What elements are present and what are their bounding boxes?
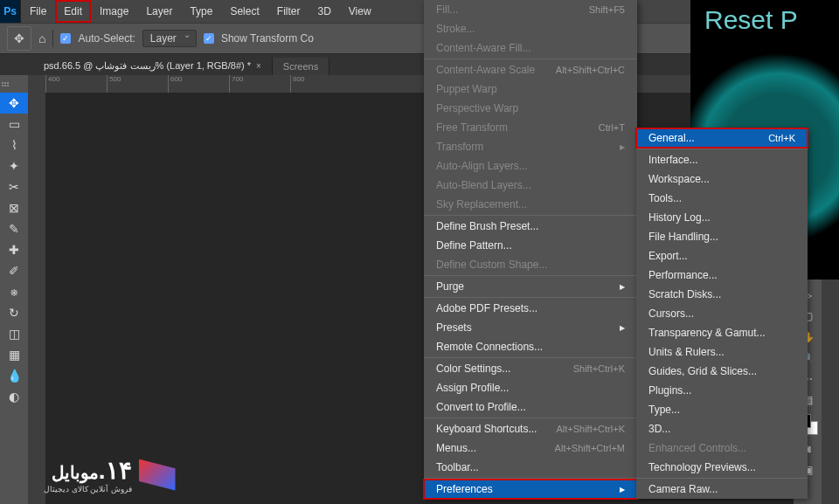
move-tool-preview[interactable]: ✥ [7,26,31,51]
menu-item-interface[interactable]: Interface... [636,150,808,169]
frame-tool-icon[interactable]: ⊠ [0,197,28,218]
ps-logo: Ps [0,0,21,23]
menu-item-camera-raw[interactable]: Camera Raw... [636,480,808,499]
left-toolbar: ✥ ▭ ⌇ ✦ ✂ ⊠ ✎ ✚ ✐ ⎈ ↻ ◫ ▦ 💧 ◐ [0,75,28,504]
document-tab-active[interactable]: psd.ریست فتوشاپ @ 66.5% (Layer 1, RGB/8#… [33,57,273,75]
menu-select[interactable]: Select [221,0,267,23]
watermark-logo: ۱۴.موبایل فروش آنلاین کالای دیجیتال [44,456,176,494]
horizontal-ruler: 400500600700800 [45,75,794,93]
show-transform-label: Show Transform Co [221,32,314,45]
menu-item-guides-grid-slices[interactable]: Guides, Grid & Slices... [636,362,808,381]
menu-item-file-handling[interactable]: File Handling... [636,227,808,246]
menu-item-puppet-warp: Puppet Warp [424,79,637,99]
show-transform-checkbox[interactable]: ✓ [204,33,214,44]
lasso-tool-icon[interactable]: ⌇ [0,135,28,155]
reset-title: Reset P [690,0,839,35]
eyedropper-tool-icon[interactable]: ✎ [0,218,28,239]
menu-item-adobe-pdf-presets[interactable]: Adobe PDF Presets... [424,299,637,318]
menu-item-cursors[interactable]: Cursors... [636,304,808,323]
brush-tool-icon[interactable]: ✐ [0,260,28,281]
history-brush-icon[interactable]: ↻ [0,302,28,323]
menu-type[interactable]: Type [181,0,221,23]
vertical-ruler [28,75,45,504]
menu-file[interactable]: File [21,0,55,23]
marquee-tool-icon[interactable]: ▭ [0,114,28,135]
menu-item-stroke: Stroke... [424,19,637,38]
menu-item-technology-previews[interactable]: Technology Previews... [636,458,808,477]
menu-edit[interactable]: Edit [55,0,91,23]
menu-item-purge[interactable]: Purge▶ [424,277,637,296]
auto-select-checkbox[interactable]: ✓ [60,33,71,44]
menu-item-plugins[interactable]: Plugins... [636,381,808,400]
menu-item-assign-profile[interactable]: Assign Profile... [424,378,637,397]
menu-3d[interactable]: 3D [309,0,339,23]
menu-item-content-aware-scale: Content-Aware ScaleAlt+Shift+Ctrl+C [424,60,637,79]
tab-title: psd.ریست فتوشاپ @ 66.5% (Layer 1, RGB/8#… [44,60,251,72]
move-tool-icon[interactable]: ✥ [0,93,28,114]
document-tab-inactive[interactable]: Screens [273,58,329,75]
menu-item-export[interactable]: Export... [636,246,808,266]
menu-image[interactable]: Image [91,0,137,23]
menu-item-transparency-gamut[interactable]: Transparency & Gamut... [636,323,808,342]
logo-icon [139,459,176,491]
home-icon[interactable]: ⌂ [38,31,45,45]
menu-item-tools[interactable]: Tools... [636,189,808,208]
menu-item-auto-align-layers: Auto-Align Layers... [424,156,637,176]
menu-item-sky-replacement: Sky Replacement... [424,195,637,214]
stamp-tool-icon[interactable]: ⎈ [0,281,28,302]
blur-tool-icon[interactable]: 💧 [0,365,28,386]
menu-layer[interactable]: Layer [137,0,181,23]
menu-filter[interactable]: Filter [268,0,309,23]
menu-item-preferences[interactable]: Preferences▶ [424,480,637,499]
menu-item-fill: Fill...Shift+F5 [424,0,637,19]
menu-item-workspace[interactable]: Workspace... [636,169,808,189]
menu-item-define-custom-shape: Define Custom Shape... [424,255,637,274]
menu-item-general[interactable]: General...Ctrl+K [636,128,808,148]
dodge-tool-icon[interactable]: ◐ [0,386,28,407]
menu-item-transform: Transform▶ [424,137,637,156]
wand-tool-icon[interactable]: ✦ [0,155,28,176]
menu-item-perspective-warp: Perspective Warp [424,99,637,118]
close-icon[interactable]: × [256,61,261,71]
menu-item-3d[interactable]: 3D... [636,419,808,438]
menu-view[interactable]: View [340,0,380,23]
menu-item-free-transform: Free TransformCtrl+T [424,118,637,137]
menu-item-units-rulers[interactable]: Units & Rulers... [636,342,808,362]
gradient-tool-icon[interactable]: ▦ [0,344,28,365]
menu-item-menus[interactable]: Menus...Alt+Shift+Ctrl+M [424,438,637,458]
edit-menu: Fill...Shift+F5Stroke...Content-Aware Fi… [424,0,637,499]
menu-item-presets[interactable]: Presets▶ [424,318,637,337]
menu-item-keyboard-shortcuts[interactable]: Keyboard Shortcuts...Alt+Shift+Ctrl+K [424,419,637,438]
menu-item-remote-connections[interactable]: Remote Connections... [424,337,637,356]
menu-item-scratch-disks[interactable]: Scratch Disks... [636,285,808,304]
eraser-tool-icon[interactable]: ◫ [0,323,28,344]
menu-item-history-log[interactable]: History Log... [636,208,808,227]
preferences-submenu: General...Ctrl+KInterface...Workspace...… [636,128,808,499]
menu-item-type[interactable]: Type... [636,400,808,419]
menu-item-auto-blend-layers: Auto-Blend Layers... [424,176,637,195]
layer-dropdown[interactable]: Layer [142,30,197,47]
heal-tool-icon[interactable]: ✚ [0,239,28,260]
menu-item-convert-to-profile[interactable]: Convert to Profile... [424,397,637,417]
menu-item-toolbar[interactable]: Toolbar... [424,458,637,477]
menu-item-performance[interactable]: Performance... [636,266,808,285]
menu-item-define-brush-preset[interactable]: Define Brush Preset... [424,217,637,236]
tab-title: Screens [283,61,318,72]
crop-tool-icon[interactable]: ✂ [0,176,28,197]
auto-select-label: Auto-Select: [78,32,135,45]
menu-item-define-pattern[interactable]: Define Pattern... [424,236,637,255]
menu-item-content-aware-fill: Content-Aware Fill... [424,38,637,58]
menu-item-color-settings[interactable]: Color Settings...Shift+Ctrl+K [424,359,637,378]
menu-item-enhanced-controls: Enhanced Controls... [636,438,808,458]
